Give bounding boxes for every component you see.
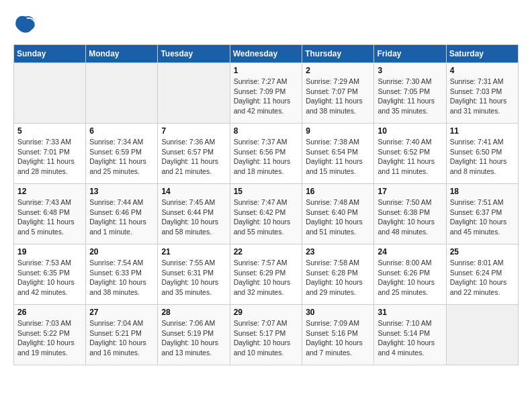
calendar-day-cell: 19Sunrise: 7:53 AM Sunset: 6:35 PM Dayli…: [14, 244, 86, 305]
calendar-day-cell: 27Sunrise: 7:04 AM Sunset: 5:21 PM Dayli…: [86, 305, 158, 365]
day-info: Sunrise: 8:01 AM Sunset: 6:24 PM Dayligh…: [450, 258, 515, 298]
weekday-header: Wednesday: [230, 45, 302, 63]
day-number: 3: [378, 66, 442, 75]
calendar-week-row: 1Sunrise: 7:27 AM Sunset: 7:09 PM Daylig…: [14, 63, 519, 124]
day-info: Sunrise: 7:51 AM Sunset: 6:37 PM Dayligh…: [450, 197, 515, 237]
day-number: 21: [161, 247, 226, 257]
day-info: Sunrise: 7:40 AM Sunset: 6:52 PM Dayligh…: [378, 137, 442, 177]
calendar-day-cell: 24Sunrise: 8:00 AM Sunset: 6:26 PM Dayli…: [374, 244, 446, 305]
day-info: Sunrise: 7:04 AM Sunset: 5:21 PM Dayligh…: [89, 318, 154, 358]
calendar-day-cell: 18Sunrise: 7:51 AM Sunset: 6:37 PM Dayli…: [446, 184, 518, 244]
day-number: 11: [450, 126, 515, 136]
calendar-day-cell: 8Sunrise: 7:37 AM Sunset: 6:56 PM Daylig…: [230, 124, 302, 184]
calendar-day-cell: 16Sunrise: 7:48 AM Sunset: 6:40 PM Dayli…: [302, 184, 374, 244]
day-number: 10: [378, 126, 442, 136]
day-number: 27: [89, 308, 154, 317]
calendar-day-cell: 1Sunrise: 7:27 AM Sunset: 7:09 PM Daylig…: [230, 63, 302, 124]
weekday-header: Friday: [374, 45, 446, 63]
day-number: 23: [306, 247, 370, 257]
calendar-day-cell: 10Sunrise: 7:40 AM Sunset: 6:52 PM Dayli…: [374, 124, 446, 184]
calendar-day-cell: 2Sunrise: 7:29 AM Sunset: 7:07 PM Daylig…: [302, 63, 374, 124]
day-number: 22: [234, 247, 299, 257]
day-info: Sunrise: 7:06 AM Sunset: 5:19 PM Dayligh…: [161, 318, 226, 358]
calendar-day-cell: 31Sunrise: 7:10 AM Sunset: 5:14 PM Dayli…: [374, 305, 446, 365]
day-info: Sunrise: 7:50 AM Sunset: 6:38 PM Dayligh…: [378, 197, 442, 237]
day-number: 29: [234, 308, 299, 317]
day-number: 24: [378, 247, 442, 257]
calendar-week-row: 5Sunrise: 7:33 AM Sunset: 7:01 PM Daylig…: [14, 124, 519, 184]
day-info: Sunrise: 7:07 AM Sunset: 5:17 PM Dayligh…: [234, 318, 299, 358]
day-number: 15: [234, 187, 299, 196]
calendar-day-cell: [446, 305, 518, 365]
day-info: Sunrise: 7:41 AM Sunset: 6:50 PM Dayligh…: [450, 137, 515, 177]
page-header: [13, 13, 519, 38]
day-number: 26: [17, 308, 82, 317]
day-info: Sunrise: 7:38 AM Sunset: 6:54 PM Dayligh…: [306, 137, 370, 177]
day-number: 12: [17, 187, 82, 196]
calendar-day-cell: 17Sunrise: 7:50 AM Sunset: 6:38 PM Dayli…: [374, 184, 446, 244]
day-info: Sunrise: 7:58 AM Sunset: 6:28 PM Dayligh…: [306, 258, 370, 298]
day-info: Sunrise: 7:27 AM Sunset: 7:09 PM Dayligh…: [234, 77, 299, 116]
calendar-day-cell: 5Sunrise: 7:33 AM Sunset: 7:01 PM Daylig…: [14, 124, 86, 184]
weekday-header: Thursday: [302, 45, 374, 63]
calendar-week-row: 12Sunrise: 7:43 AM Sunset: 6:48 PM Dayli…: [14, 184, 519, 244]
logo: [13, 13, 40, 38]
calendar-day-cell: 21Sunrise: 7:55 AM Sunset: 6:31 PM Dayli…: [158, 244, 230, 305]
day-info: Sunrise: 7:55 AM Sunset: 6:31 PM Dayligh…: [161, 258, 226, 298]
day-info: Sunrise: 7:57 AM Sunset: 6:29 PM Dayligh…: [234, 258, 299, 298]
day-number: 25: [450, 247, 515, 257]
calendar-body: 1Sunrise: 7:27 AM Sunset: 7:09 PM Daylig…: [14, 63, 519, 365]
day-info: Sunrise: 7:47 AM Sunset: 6:42 PM Dayligh…: [234, 197, 299, 237]
day-info: Sunrise: 7:31 AM Sunset: 7:03 PM Dayligh…: [450, 77, 515, 116]
calendar-day-cell: [158, 63, 230, 124]
day-number: 17: [378, 187, 442, 196]
calendar-day-cell: 26Sunrise: 7:03 AM Sunset: 5:22 PM Dayli…: [14, 305, 86, 365]
day-info: Sunrise: 7:29 AM Sunset: 7:07 PM Dayligh…: [306, 77, 370, 116]
calendar-day-cell: 23Sunrise: 7:58 AM Sunset: 6:28 PM Dayli…: [302, 244, 374, 305]
day-number: 31: [378, 308, 442, 317]
weekday-header: Tuesday: [158, 45, 230, 63]
day-info: Sunrise: 7:36 AM Sunset: 6:57 PM Dayligh…: [161, 137, 226, 177]
day-info: Sunrise: 7:54 AM Sunset: 6:33 PM Dayligh…: [89, 258, 154, 298]
day-info: Sunrise: 7:34 AM Sunset: 6:59 PM Dayligh…: [89, 137, 154, 177]
calendar-day-cell: 15Sunrise: 7:47 AM Sunset: 6:42 PM Dayli…: [230, 184, 302, 244]
day-info: Sunrise: 7:44 AM Sunset: 6:46 PM Dayligh…: [89, 197, 154, 237]
day-number: 5: [17, 126, 82, 136]
day-number: 4: [450, 66, 515, 75]
day-number: 1: [234, 66, 299, 75]
calendar-day-cell: 22Sunrise: 7:57 AM Sunset: 6:29 PM Dayli…: [230, 244, 302, 305]
calendar-day-cell: 4Sunrise: 7:31 AM Sunset: 7:03 PM Daylig…: [446, 63, 518, 124]
calendar-day-cell: 20Sunrise: 7:54 AM Sunset: 6:33 PM Dayli…: [86, 244, 158, 305]
weekday-header: Monday: [86, 45, 158, 63]
calendar-week-row: 26Sunrise: 7:03 AM Sunset: 5:22 PM Dayli…: [14, 305, 519, 365]
calendar-day-cell: 12Sunrise: 7:43 AM Sunset: 6:48 PM Dayli…: [14, 184, 86, 244]
day-number: 28: [161, 308, 226, 317]
day-info: Sunrise: 7:43 AM Sunset: 6:48 PM Dayligh…: [17, 197, 82, 237]
day-number: 13: [89, 187, 154, 196]
calendar-day-cell: [14, 63, 86, 124]
logo-icon: [13, 13, 38, 38]
calendar-header: SundayMondayTuesdayWednesdayThursdayFrid…: [14, 45, 519, 63]
day-number: 18: [450, 187, 515, 196]
calendar-day-cell: 29Sunrise: 7:07 AM Sunset: 5:17 PM Dayli…: [230, 305, 302, 365]
calendar-day-cell: 13Sunrise: 7:44 AM Sunset: 6:46 PM Dayli…: [86, 184, 158, 244]
day-number: 19: [17, 247, 82, 257]
day-info: Sunrise: 7:45 AM Sunset: 6:44 PM Dayligh…: [161, 197, 226, 237]
calendar-day-cell: 28Sunrise: 7:06 AM Sunset: 5:19 PM Dayli…: [158, 305, 230, 365]
calendar-day-cell: 3Sunrise: 7:30 AM Sunset: 7:05 PM Daylig…: [374, 63, 446, 124]
calendar-day-cell: 11Sunrise: 7:41 AM Sunset: 6:50 PM Dayli…: [446, 124, 518, 184]
day-info: Sunrise: 8:00 AM Sunset: 6:26 PM Dayligh…: [378, 258, 442, 298]
day-number: 30: [306, 308, 370, 317]
calendar-day-cell: 7Sunrise: 7:36 AM Sunset: 6:57 PM Daylig…: [158, 124, 230, 184]
day-info: Sunrise: 7:48 AM Sunset: 6:40 PM Dayligh…: [306, 197, 370, 237]
day-number: 14: [161, 187, 226, 196]
calendar-day-cell: 14Sunrise: 7:45 AM Sunset: 6:44 PM Dayli…: [158, 184, 230, 244]
day-number: 2: [306, 66, 370, 75]
day-number: 6: [89, 126, 154, 136]
day-number: 16: [306, 187, 370, 196]
day-info: Sunrise: 7:10 AM Sunset: 5:14 PM Dayligh…: [378, 318, 442, 358]
calendar-day-cell: 25Sunrise: 8:01 AM Sunset: 6:24 PM Dayli…: [446, 244, 518, 305]
weekday-row: SundayMondayTuesdayWednesdayThursdayFrid…: [14, 45, 519, 63]
day-number: 9: [306, 126, 370, 136]
calendar-day-cell: [86, 63, 158, 124]
